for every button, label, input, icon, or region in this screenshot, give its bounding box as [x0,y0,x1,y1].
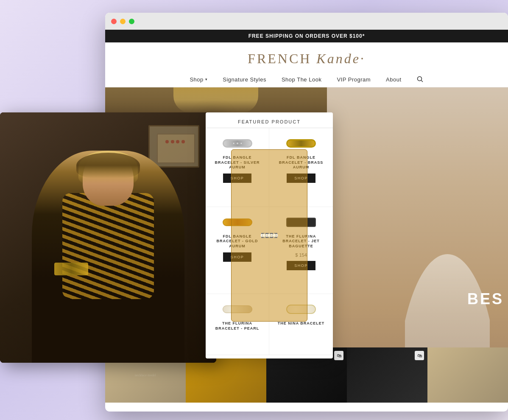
cart-icon-4[interactable]: 🛍 [415,351,424,360]
navigation-bar: Shop ▾ Signature Styles Shop The Look VI… [105,72,508,87]
nav-item-vip[interactable]: VIP Program [337,76,371,83]
popup-products-grid: FDL BANGLE BRACELET - SILVER AURUM SHOP … [206,128,333,355]
nav-item-signature[interactable]: Signature Styles [223,76,266,83]
product-name-5: THE FLURINA BRACELET - PEARL [211,321,264,331]
logo-french: FRENCH [248,51,316,66]
svg-line-1 [421,81,423,82]
search-icon[interactable] [417,76,424,83]
announcement-bar: FREE SHIPPING ON ORDERS OVER $100* [105,30,508,42]
hero-right-text: BES [467,290,504,308]
maximize-button[interactable] [129,19,134,24]
gallery-item-4[interactable]: 🛍 [347,347,427,403]
bracelet-gold-icon [223,218,252,226]
bracelet-silver-icon [223,139,252,148]
bracelet-brass-icon [286,139,316,148]
brand-logo[interactable]: FRENCH Kande· [105,51,508,67]
mac-titlebar [105,13,508,30]
product-name-6: THE NINA BRACELET [278,321,325,326]
nav-item-shop[interactable]: Shop ▾ [190,76,207,83]
featured-title: FEATURED PRODUCT [238,119,301,124]
shop-dropdown-icon: ▾ [205,77,208,81]
featured-product-popup: FEATURED PRODUCT FDL BANGLE BRACELET - S… [206,112,333,358]
logo-kande: Kande [316,51,360,66]
logo-dot: · [360,51,366,66]
minimize-button[interactable] [120,19,126,24]
cart-icon-3[interactable]: 🛍 [334,351,343,360]
nav-item-shop-the-look[interactable]: Shop The Look [282,76,321,83]
announcement-text: FREE SHIPPING ON ORDERS OVER $100* [248,33,365,39]
svg-point-0 [417,77,421,81]
left-model-photo [0,112,216,363]
close-button[interactable] [111,19,117,24]
popup-header: FEATURED PRODUCT [206,112,333,128]
popup-product-3: FDL BANGLE BRACELET - GOLD AURUM SHOP [206,207,269,294]
logo-area: FRENCH Kande· [105,42,508,72]
gallery-item-5[interactable] [427,347,508,403]
nav-item-about[interactable]: About [386,76,401,83]
product-image-3 [221,214,254,231]
